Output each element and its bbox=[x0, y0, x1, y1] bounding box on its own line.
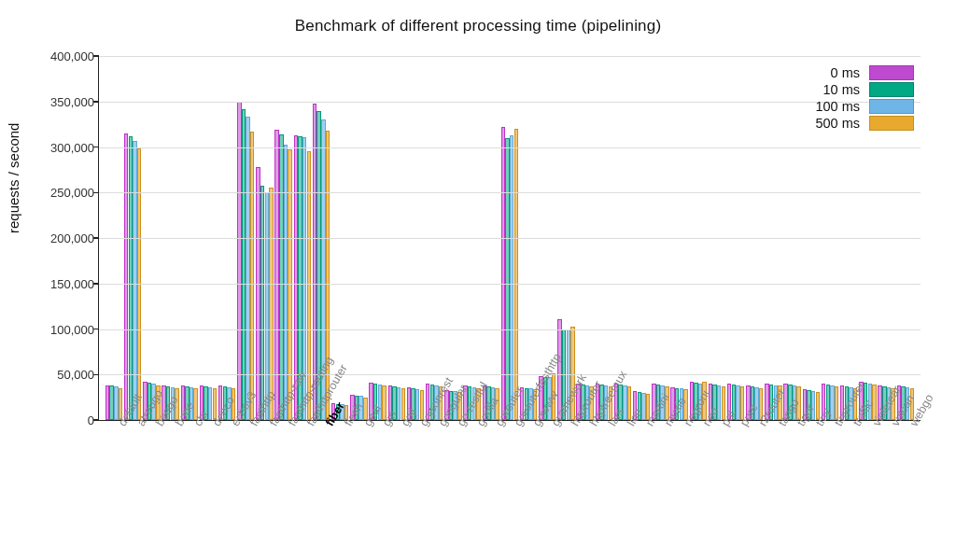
y-tick-label: 100,000 bbox=[20, 322, 94, 336]
legend-swatch-10ms bbox=[869, 82, 914, 97]
bar bbox=[250, 132, 254, 420]
y-tick-label: 300,000 bbox=[20, 140, 94, 154]
y-tick-label: 0 bbox=[20, 413, 94, 427]
gridline bbox=[99, 238, 921, 239]
legend-label: 100 ms bbox=[815, 99, 860, 114]
legend-item-0ms: 0 ms bbox=[765, 65, 914, 80]
bar bbox=[514, 129, 518, 420]
gridline bbox=[99, 284, 921, 285]
y-tick-label: 400,000 bbox=[20, 49, 94, 63]
legend-label: 0 ms bbox=[831, 65, 860, 80]
chart-title: Benchmark of different processing time (… bbox=[0, 17, 956, 35]
legend-item-500ms: 500 ms bbox=[765, 116, 914, 131]
gridline bbox=[99, 192, 921, 193]
y-tick-label: 350,000 bbox=[20, 94, 94, 108]
gridline bbox=[99, 374, 921, 375]
legend-swatch-100ms bbox=[869, 99, 914, 114]
legend-label: 10 ms bbox=[823, 82, 861, 97]
y-tick-label: 50,000 bbox=[20, 368, 94, 382]
legend-item-10ms: 10 ms bbox=[765, 82, 914, 97]
legend: 0 ms 10 ms 100 ms 500 ms bbox=[765, 65, 914, 133]
legend-swatch-500ms bbox=[869, 116, 914, 131]
bar bbox=[269, 188, 273, 420]
y-tick-label: 200,000 bbox=[20, 231, 94, 245]
legend-swatch-0ms bbox=[869, 65, 914, 80]
legend-item-100ms: 100 ms bbox=[765, 99, 914, 114]
gridline bbox=[99, 329, 921, 330]
y-tick-label: 150,000 bbox=[20, 276, 94, 290]
legend-label: 500 ms bbox=[815, 116, 860, 131]
benchmark-chart: Benchmark of different processing time (… bbox=[0, 0, 956, 560]
y-tick-label: 250,000 bbox=[20, 186, 94, 200]
gridline bbox=[99, 147, 921, 148]
gridline bbox=[99, 56, 921, 57]
